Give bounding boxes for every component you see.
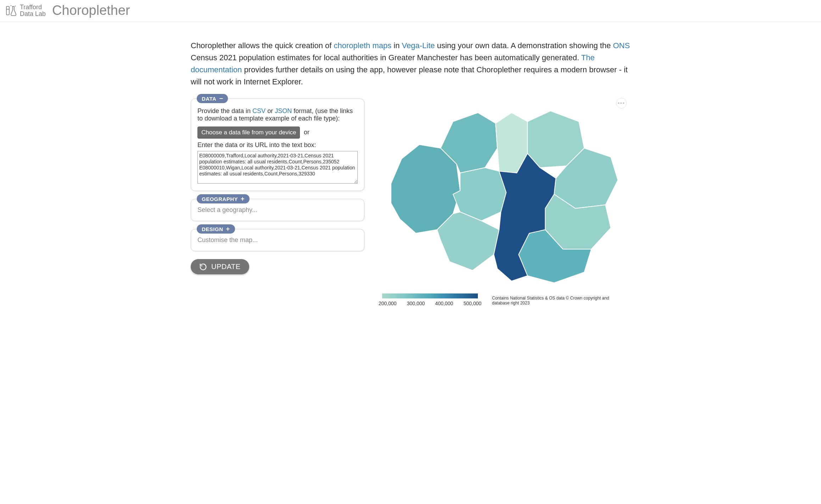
- link-csv-template[interactable]: CSV: [252, 107, 266, 114]
- plus-icon: +: [226, 226, 230, 232]
- intro-text: Choroplether allows the quick creation o…: [191, 40, 630, 88]
- svg-point-3: [15, 5, 16, 6]
- choropleth-map: [387, 102, 621, 286]
- lab-logo-icon: [5, 4, 18, 17]
- geography-summary: Select a geography...: [197, 206, 358, 214]
- panel-data: DATA − Provide the data in CSV or JSON f…: [191, 99, 364, 191]
- org-name: Trafford Data Lab: [20, 4, 46, 17]
- panel-geography: GEOGRAPHY + Select a geography...: [191, 199, 364, 221]
- org-logo[interactable]: Trafford Data Lab: [5, 4, 46, 17]
- plus-icon: +: [241, 196, 245, 202]
- link-vega-lite[interactable]: Vega-Lite: [402, 41, 435, 50]
- legend-gradient: [382, 293, 478, 298]
- map-legend: 200,000 300,000 400,000 500,000: [382, 293, 481, 306]
- link-ons[interactable]: ONS: [613, 41, 630, 50]
- ellipsis-icon: •••: [618, 100, 625, 106]
- data-input-textarea[interactable]: [197, 151, 358, 184]
- minus-icon: −: [219, 95, 223, 102]
- svg-rect-0: [6, 6, 9, 15]
- link-choropleth-maps[interactable]: choropleth maps: [334, 41, 392, 50]
- refresh-icon: [199, 263, 207, 271]
- data-instruction-2: Enter the data or its URL into the text …: [197, 141, 358, 149]
- map-attribution: Contains National Statistics & OS data ©…: [492, 296, 627, 306]
- data-instruction-1: Provide the data in CSV or JSON format, …: [197, 107, 358, 122]
- map-area-trafford[interactable]: [437, 212, 499, 270]
- page-title: Choroplether: [52, 3, 130, 18]
- choose-file-button[interactable]: Choose a data file from your device: [197, 127, 300, 139]
- panel-design: DESIGN + Customise the map...: [191, 229, 364, 251]
- design-summary: Customise the map...: [197, 236, 358, 244]
- svg-point-2: [11, 5, 11, 6]
- legend-ticks: 200,000 300,000 400,000 500,000: [379, 301, 481, 306]
- panel-data-tab[interactable]: DATA −: [197, 94, 228, 103]
- map-actions-menu[interactable]: •••: [616, 98, 627, 108]
- panel-design-tab[interactable]: DESIGN +: [197, 224, 235, 234]
- update-button[interactable]: UPDATE: [191, 259, 249, 274]
- or-separator: or: [304, 129, 309, 136]
- link-json-template[interactable]: JSON: [275, 107, 292, 114]
- panel-geography-tab[interactable]: GEOGRAPHY +: [197, 194, 250, 203]
- app-header: Trafford Data Lab Choroplether: [0, 0, 821, 22]
